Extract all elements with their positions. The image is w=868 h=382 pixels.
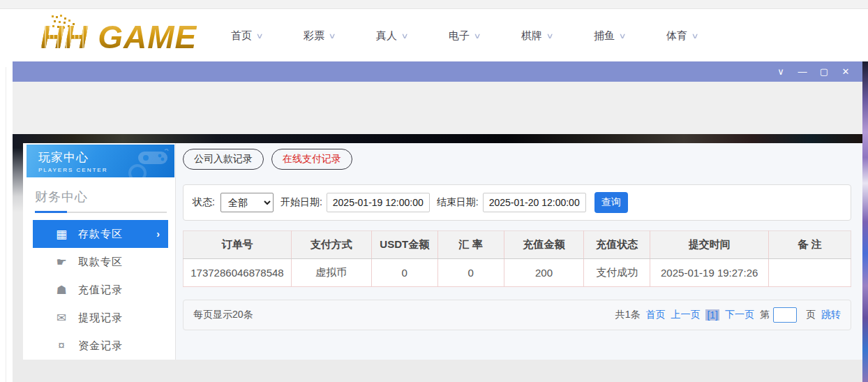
cell-amount: 200 [504, 259, 584, 287]
table-header-row: 订单号 支付方式 USDT金额 汇 率 充值金额 充值状态 提交时间 备 注 [184, 231, 851, 259]
jump-suffix-text: 页 [806, 309, 816, 321]
page-size-text: 每页显示20条 [193, 309, 253, 321]
nav-item-slots[interactable]: 电子 ∨ [449, 29, 521, 43]
nav-item-live[interactable]: 真人 ∨ [376, 29, 449, 43]
sidebar-item-label: 资金记录 [78, 339, 123, 353]
col-usdt-amount: USDT金额 [371, 231, 437, 259]
window-empty-zone [13, 82, 862, 134]
col-remark: 备 注 [769, 231, 851, 259]
chevron-down-icon: ∨ [255, 31, 263, 41]
end-date-input[interactable] [483, 193, 586, 212]
table-row: 1737286046878548 虚拟币 0 0 200 支付成功 2025-0… [184, 259, 851, 287]
page-left-divider [6, 67, 6, 382]
prev-page-link[interactable]: 上一页 [671, 309, 700, 321]
col-submit-time: 提交时间 [650, 231, 769, 259]
cell-remark [769, 259, 851, 287]
nav-item-label: 棋牌 [521, 29, 542, 43]
nav-item-home[interactable]: 首页 ∨ [231, 29, 304, 43]
tab-company-deposit-records[interactable]: 公司入款记录 [183, 149, 264, 170]
col-pay-method: 支付方式 [291, 231, 371, 259]
status-label: 状态: [193, 196, 215, 209]
chevron-down-icon: ∨ [546, 31, 553, 41]
nav-item-label: 电子 [449, 29, 470, 43]
sidebar-item-recharge-records[interactable]: ☗ 充值记录 [33, 276, 168, 304]
sidebar-item-withdrawal-records[interactable]: ✉ 提现记录 [33, 304, 168, 332]
cell-order-no: 1737286046878548 [184, 259, 292, 287]
start-date-input[interactable] [327, 193, 430, 212]
sidebar-item-funds-records[interactable]: ¤ 资金记录 [33, 332, 168, 360]
player-center-window: ∨ — ▢ ✕ 玩家中心 PLAYERS CENTER [13, 61, 862, 382]
nav-item-chess[interactable]: 棋牌 ∨ [521, 29, 594, 43]
window-close-icon[interactable]: ✕ [838, 61, 853, 82]
search-button[interactable]: 查询 [594, 192, 628, 213]
chevron-right-icon: › [156, 228, 160, 240]
cell-submit-time: 2025-01-19 19:27:26 [650, 259, 769, 287]
filter-bar: 状态: 全部 开始日期: 结束日期: 查询 [183, 184, 851, 221]
page-jump-input[interactable] [773, 307, 797, 323]
current-page-indicator: [1] [705, 309, 719, 321]
record-tabs: 公司入款记录 在线支付记录 [183, 148, 851, 179]
finance-title-underline [35, 212, 167, 213]
main-menu: 首页 ∨ 彩票 ∨ 真人 ∨ 电子 ∨ 棋牌 ∨ 捕鱼 ∨ [231, 10, 739, 61]
nav-item-label: 捕鱼 [594, 29, 615, 43]
logo-text-game: GAME [88, 19, 197, 55]
finance-center-title: 财务中心 [35, 189, 175, 205]
start-date-label: 开始日期: [280, 196, 322, 209]
col-status: 充值状态 [584, 231, 650, 259]
nav-item-label: 体育 [666, 29, 687, 43]
next-page-link[interactable]: 下一页 [725, 309, 754, 321]
status-select[interactable]: 全部 [220, 193, 274, 212]
col-rate: 汇 率 [437, 231, 504, 259]
logo-sparkle-dots [52, 15, 54, 17]
nav-item-sports[interactable]: 体育 ∨ [666, 29, 739, 43]
chevron-down-icon: ∨ [618, 31, 626, 41]
nav-item-label: 首页 [231, 29, 252, 43]
logo-text: HH GAME [40, 18, 197, 56]
sidebar-item-label: 提现记录 [78, 311, 123, 325]
cell-pay-method: 虚拟币 [291, 259, 371, 287]
purse-icon: ¤ [54, 339, 69, 353]
site-logo[interactable]: HH GAME [11, 14, 207, 57]
sidebar-item-deposit-zone[interactable]: ▦ 存款专区 › [33, 220, 168, 248]
col-order-no: 订单号 [184, 231, 292, 259]
site-navbar: HH GAME 首页 ∨ 彩票 ∨ 真人 ∨ 电子 ∨ 棋牌 ∨ [0, 10, 868, 61]
money-bag-icon: ☗ [54, 283, 69, 297]
content-area: 公司入款记录 在线支付记录 状态: 全部 开始日期: 结束日期: 查询 [176, 143, 862, 360]
sidebar-menu: ▦ 存款专区 › ☛ 取款专区 ☗ 充值记录 ✉ [23, 220, 175, 360]
pagination-bar: 每页显示20条 共1条 首页 上一页 [1] 下一页 第 页 跳转 [183, 300, 851, 330]
gamepad-icon [137, 149, 169, 167]
cell-rate: 0 [437, 259, 504, 287]
bank-card-icon: ▦ [54, 227, 69, 242]
player-center-panel: 玩家中心 PLAYERS CENTER 财务中心 [23, 143, 862, 360]
sidebar-item-label: 存款专区 [78, 228, 123, 241]
cell-usdt-amount: 0 [371, 259, 437, 287]
wallet-icon: ✉ [54, 311, 69, 325]
window-maximize-icon[interactable]: ▢ [816, 61, 832, 82]
payment-records-table: 订单号 支付方式 USDT金额 汇 率 充值金额 充值状态 提交时间 备 注 [183, 230, 851, 287]
sidebar-item-label: 充值记录 [78, 284, 123, 297]
background-artwork-strip [862, 61, 868, 382]
pagination-controls: 共1条 首页 上一页 [1] 下一页 第 页 跳转 [610, 307, 841, 323]
chevron-down-icon: ∨ [473, 31, 481, 41]
jump-button[interactable]: 跳转 [821, 309, 841, 321]
sidebar-header: 玩家中心 PLAYERS CENTER [27, 145, 174, 177]
tab-online-payment-records[interactable]: 在线支付记录 [271, 149, 352, 170]
window-titlebar[interactable]: ∨ — ▢ ✕ [13, 61, 862, 82]
nav-item-fishing[interactable]: 捕鱼 ∨ [594, 29, 666, 43]
nav-item-label: 彩票 [304, 29, 324, 43]
window-dropdown-icon[interactable]: ∨ [773, 61, 788, 82]
chevron-down-icon: ∨ [328, 31, 336, 41]
sidebar-item-label: 取款专区 [78, 256, 123, 269]
end-date-label: 结束日期: [437, 196, 479, 209]
sidebar-watermark-circle [128, 164, 147, 177]
sidebar-subtitle: PLAYERS CENTER [38, 167, 174, 173]
hand-money-icon: ☛ [54, 255, 69, 270]
sidebar: 玩家中心 PLAYERS CENTER 财务中心 [23, 143, 176, 360]
chevron-down-icon: ∨ [691, 31, 698, 41]
total-count-text: 共1条 [615, 309, 641, 321]
window-minimize-icon[interactable]: — [795, 61, 810, 82]
jump-prefix-text: 第 [760, 309, 770, 321]
first-page-link[interactable]: 首页 [645, 309, 665, 321]
sidebar-item-withdraw-zone[interactable]: ☛ 取款专区 [33, 248, 168, 276]
nav-item-lottery[interactable]: 彩票 ∨ [304, 29, 376, 43]
